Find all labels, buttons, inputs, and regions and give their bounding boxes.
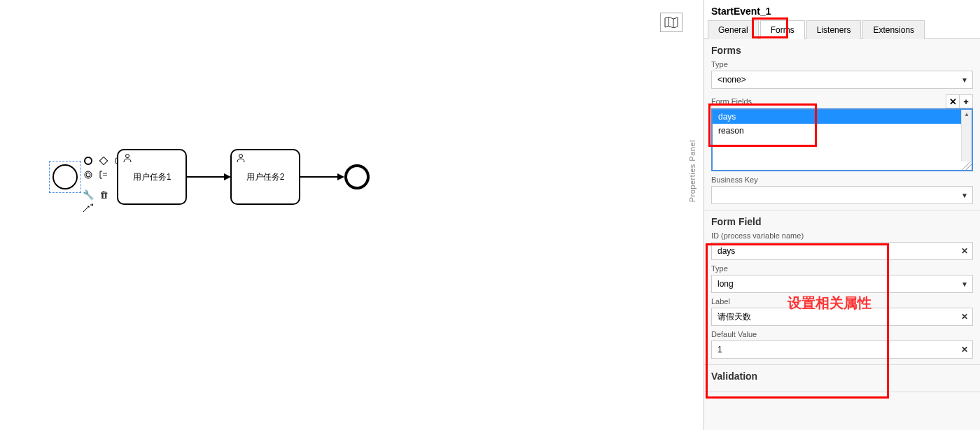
ctx-intermediate-icon[interactable]: [82, 169, 94, 181]
label-label: Label: [711, 297, 973, 306]
type-label: Type: [711, 264, 973, 273]
context-pad-tools: 🔧 🗑: [82, 188, 111, 215]
id-input[interactable]: days ✕: [711, 242, 973, 260]
user-icon: [236, 153, 246, 163]
tab-listeners[interactable]: Listeners: [806, 20, 862, 39]
clear-icon[interactable]: ✕: [961, 312, 968, 322]
minimap-toggle[interactable]: [660, 13, 682, 32]
resize-handle[interactable]: [961, 162, 972, 170]
ctx-gateway-icon[interactable]: [97, 155, 110, 167]
task-label: 用户任务2: [246, 171, 285, 183]
input-value: 请假天数: [718, 311, 751, 323]
diagram-canvas[interactable]: Properties Panel 🔧 🗑 用户任务1: [0, 0, 704, 430]
select-value: <none>: [718, 75, 746, 85]
chevron-down-icon: ▼: [961, 76, 968, 84]
ctx-connect-icon[interactable]: [82, 202, 94, 215]
input-value: 1: [718, 345, 722, 354]
end-event[interactable]: [344, 164, 370, 189]
select-value: long: [718, 279, 734, 289]
remove-field-button[interactable]: ✕: [946, 94, 960, 108]
field-type-select[interactable]: long ▼: [711, 275, 973, 293]
svg-point-4: [86, 173, 90, 177]
clear-icon[interactable]: ✕: [961, 246, 968, 256]
add-field-button[interactable]: +: [959, 94, 973, 108]
form-fields-label: Form Fields: [711, 97, 752, 106]
tab-extensions[interactable]: Extensions: [862, 20, 925, 39]
svg-point-0: [85, 157, 92, 164]
ctx-wrench-icon[interactable]: 🔧: [82, 188, 94, 201]
type-label: Type: [711, 60, 973, 69]
section-title: Form Field: [711, 216, 973, 227]
scrollbar[interactable]: ▲: [961, 110, 972, 162]
ctx-annotation-icon[interactable]: [97, 169, 110, 181]
clear-icon[interactable]: ✕: [961, 345, 968, 354]
scroll-up-icon[interactable]: ▲: [962, 110, 972, 118]
properties-panel-label: Properties Panel: [688, 140, 696, 202]
business-key-select[interactable]: ▼: [711, 186, 973, 204]
svg-point-7: [126, 155, 130, 158]
sequence-flow-2[interactable]: [300, 176, 339, 178]
tab-forms[interactable]: Forms: [760, 20, 805, 39]
task-label: 用户任务1: [133, 171, 172, 183]
forms-type-select[interactable]: <none> ▼: [711, 71, 973, 89]
sequence-flow-1[interactable]: [187, 176, 225, 178]
map-icon: [664, 17, 678, 28]
chevron-down-icon: ▼: [961, 192, 968, 199]
form-field-item[interactable]: reason: [713, 124, 972, 138]
tabs: General Forms Listeners Extensions: [704, 20, 980, 39]
forms-section: Forms Type <none> ▼ Form Fields ✕ + days…: [704, 39, 980, 210]
input-value: days: [718, 246, 735, 256]
validation-section: Validation: [704, 365, 980, 392]
svg-rect-1: [99, 157, 107, 164]
start-event[interactable]: [52, 164, 78, 189]
arrow-head-icon: [337, 173, 344, 180]
form-fields-list[interactable]: daysreason ▲: [711, 108, 973, 171]
section-title: Validation: [711, 371, 973, 382]
user-task-2[interactable]: 用户任务2: [230, 149, 300, 205]
business-key-label: Business Key: [711, 175, 973, 184]
user-task-1[interactable]: 用户任务1: [117, 149, 187, 205]
ctx-delete-icon[interactable]: 🗑: [97, 188, 110, 201]
ctx-end-event-icon[interactable]: [82, 155, 94, 167]
element-name: StartEvent_1: [704, 0, 980, 20]
user-icon: [122, 153, 132, 163]
svg-point-8: [239, 155, 243, 158]
section-title: Forms: [711, 45, 973, 56]
properties-panel: StartEvent_1 General Forms Listeners Ext…: [704, 0, 980, 430]
form-field-item[interactable]: days: [713, 110, 972, 124]
tab-general[interactable]: General: [708, 20, 759, 39]
default-label: Default Value: [711, 330, 973, 338]
form-field-section: Form Field ID (process variable name) da…: [704, 210, 980, 365]
default-value-input[interactable]: 1 ✕: [711, 341, 973, 359]
label-input[interactable]: 请假天数 ✕: [711, 308, 973, 326]
id-label: ID (process variable name): [711, 231, 973, 240]
chevron-down-icon: ▼: [961, 280, 968, 288]
